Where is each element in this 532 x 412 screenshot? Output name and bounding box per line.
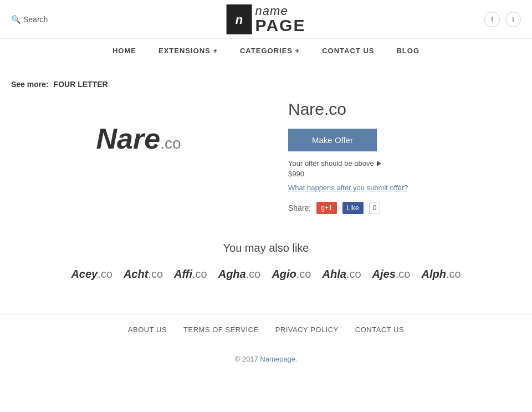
svg-text:n: n (236, 13, 243, 27)
facebook-icon[interactable]: f (484, 12, 500, 27)
nav-contact[interactable]: CONTACT US (322, 47, 374, 55)
footer-nav-privacy[interactable]: PRIVACY POLICY (275, 325, 339, 334)
copyright-brand[interactable]: Namepage. (260, 355, 297, 363)
domain-card[interactable]: Agio.co (272, 268, 311, 281)
footer-copy: © 2017 Namepage. (0, 345, 532, 373)
arrow-icon (377, 161, 381, 166)
main-content: See more: FOUR LETTER Nare.co Nare.co Ma… (0, 63, 532, 314)
logo[interactable]: n name PAGE (227, 4, 306, 34)
make-offer-button[interactable]: Make Offer (288, 129, 377, 151)
like-count: 0 (369, 202, 381, 214)
domain-ext-large: .co (160, 135, 181, 152)
also-like-title: You may also like (11, 242, 521, 255)
domain-card[interactable]: Agha.co (218, 268, 261, 281)
share-row: Share: g+1 Like 0 (288, 202, 521, 214)
logo-name-text: name (255, 5, 306, 17)
header: 🔍 Search n name PAGE f t (0, 0, 532, 39)
logo-text: name PAGE (252, 5, 306, 34)
nav-home[interactable]: HOME (112, 47, 136, 55)
product-area: Nare.co Nare.co Make Offer Your offer sh… (11, 100, 521, 214)
footer-nav: ABOUT USTERMS OF SERVICEPRIVACY POLICYCO… (0, 314, 532, 345)
search-area[interactable]: 🔍 Search (11, 15, 48, 24)
product-info: Nare.co Make Offer Your offer should be … (288, 100, 521, 214)
offer-amount: $990 (288, 170, 521, 178)
domain-card[interactable]: Acey.co (71, 268, 112, 281)
domain-logo-display: Nare.co (11, 100, 266, 177)
logo-icon: n (227, 4, 252, 34)
see-more-link[interactable]: FOUR LETTER (54, 80, 108, 89)
see-more-label: See more: (11, 80, 49, 89)
domain-name-large: Nare (96, 123, 161, 155)
facebook-like-button[interactable]: Like (342, 202, 364, 214)
footer-nav-about[interactable]: ABOUT US (128, 325, 167, 334)
share-label: Share: (288, 204, 311, 212)
footer-nav-terms[interactable]: TERMS OF SERVICE (183, 325, 259, 334)
domain-card[interactable]: Alph.co (421, 268, 461, 281)
domain-grid: Acey.coAcht.coAffi.coAgha.coAgio.coAhla.… (11, 268, 521, 281)
logo-page-text: PAGE (255, 17, 306, 34)
search-label[interactable]: Search (23, 15, 48, 24)
twitter-icon[interactable]: t (505, 12, 521, 27)
domain-card[interactable]: Ajes.co (372, 268, 411, 281)
copyright-year: © 2017 (235, 355, 258, 363)
search-icon: 🔍 (11, 15, 21, 24)
domain-card[interactable]: Ahla.co (323, 268, 361, 281)
what-happens-link[interactable]: What happens after you submit offer? (288, 184, 521, 192)
breadcrumb: See more: FOUR LETTER (11, 80, 521, 89)
main-nav: HOME EXTENSIONS + CATEGORIES + CONTACT U… (0, 39, 532, 63)
domain-title: Nare.co (288, 100, 521, 119)
offer-hint: Your offer should be above (288, 159, 521, 167)
also-like-section: You may also like Acey.coAcht.coAffi.coA… (11, 242, 521, 281)
nav-blog[interactable]: BLOG (396, 47, 420, 55)
google-plus-button[interactable]: g+1 (316, 202, 336, 214)
nav-categories[interactable]: CATEGORIES + (240, 47, 300, 55)
footer-nav-contact[interactable]: CONTACT US (355, 325, 404, 334)
domain-card[interactable]: Acht.co (124, 268, 163, 281)
domain-card[interactable]: Affi.co (174, 268, 207, 281)
social-icons: f t (484, 12, 521, 27)
nav-extensions[interactable]: EXTENSIONS + (158, 47, 218, 55)
